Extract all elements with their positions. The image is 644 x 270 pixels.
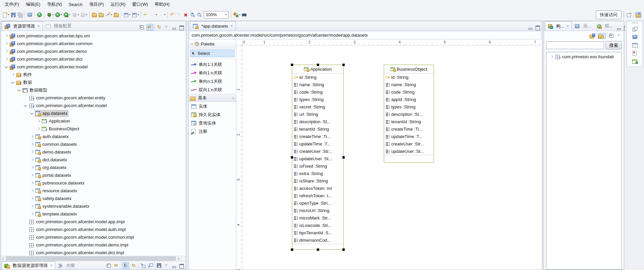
entity-field[interactable]: extra :String — [292, 170, 343, 177]
tree-expander-icon[interactable] — [29, 156, 35, 164]
tab-organization[interactable]: 组... — [594, 21, 616, 31]
palette-section-basic[interactable]: 基本 — [189, 94, 236, 102]
toolbar-separator[interactable]: ▾ — [34, 11, 35, 18]
toolbar-separator[interactable]: ▾ — [25, 11, 25, 18]
tree-item[interactable]: com.primeton.gocom.afcenter.dict — [1, 55, 186, 63]
maximize-icon[interactable] — [178, 24, 184, 30]
back-button[interactable]: ▾ — [149, 11, 158, 18]
profile-button[interactable]: ▾ — [71, 11, 79, 18]
entity-field[interactable]: description :St... — [384, 110, 434, 118]
scroll-right-icon[interactable] — [176, 256, 181, 261]
tree-expander-icon[interactable] — [23, 241, 28, 249]
pin-icon[interactable] — [232, 96, 234, 100]
deploy-button[interactable]: ▾ — [104, 11, 113, 18]
refresh-icon[interactable] — [156, 24, 162, 30]
toolbar-separator[interactable]: ▾ — [121, 11, 121, 18]
flat-view-icon[interactable] — [589, 33, 595, 38]
tree-expander-icon[interactable] — [23, 226, 28, 233]
menu-navigate[interactable]: 导航(N) — [44, 0, 65, 8]
menu-run[interactable]: 运行(R) — [107, 0, 129, 8]
tree-expander-icon[interactable] — [23, 94, 28, 102]
tree-item[interactable]: template.datasetx — [1, 210, 186, 218]
drag-handle[interactable] — [632, 22, 638, 24]
palette-collapse-icon[interactable] — [190, 42, 193, 46]
tree-item[interactable]: 构件 — [1, 71, 186, 78]
zoom-out-button[interactable]: ▾ — [196, 11, 203, 18]
current-perspective-button[interactable] — [635, 12, 641, 18]
maximize-icon[interactable] — [178, 263, 184, 269]
refresh-icon[interactable] — [131, 263, 137, 269]
tree-item[interactable]: com.primeton.gocom.afcenter.model.auth.i… — [1, 226, 186, 233]
view-menu-icon[interactable] — [616, 33, 622, 39]
palette-tool-query-entity[interactable]: 查询实体 — [189, 119, 236, 127]
close-icon[interactable] — [50, 263, 53, 268]
tree-expander-icon[interactable] — [29, 109, 35, 117]
minimize-icon[interactable] — [171, 24, 177, 30]
export-icon[interactable] — [147, 263, 153, 269]
scroll-left-icon[interactable] — [1, 256, 6, 261]
restore-view-icon[interactable] — [632, 26, 638, 32]
entity-field[interactable]: name :String — [384, 81, 434, 88]
save-all-button[interactable]: ▾ — [16, 11, 23, 18]
entity-businessobject[interactable]: BusinessObject id :String — [384, 65, 434, 163]
tree-item[interactable]: com.primeton.gocom.afcenter.bps.om — [1, 32, 186, 40]
tree-expander-icon[interactable] — [549, 53, 554, 61]
tree-expander-icon[interactable] — [29, 179, 35, 187]
zoom-level-select[interactable]: 100%▾ — [204, 11, 229, 19]
menu-project[interactable]: 项目(P) — [86, 0, 107, 8]
toolbar-separator[interactable]: ▾ — [44, 11, 44, 18]
run-button[interactable]: ▾ — [54, 11, 63, 18]
tree-item[interactable]: dict.datasetx — [1, 156, 186, 164]
tab-component-library[interactable]: 构... — [545, 21, 572, 31]
toolbar-separator[interactable]: ▾ — [89, 11, 90, 18]
forward-button[interactable]: ▾ — [158, 11, 166, 18]
run-secure-button[interactable]: ▾ — [63, 11, 71, 18]
hierarchical-view-button[interactable] — [598, 33, 606, 39]
open-project-button[interactable]: ▾ — [98, 11, 104, 18]
tree-item[interactable]: demo.datasetx — [1, 148, 186, 156]
tree-expander-icon[interactable] — [29, 210, 35, 218]
selection-handle[interactable] — [342, 64, 345, 66]
entity-field[interactable]: createTime :Ti... — [292, 133, 343, 140]
tree-item[interactable]: com.primeton.gocom.afcenter.entity — [1, 94, 186, 102]
tree-item[interactable]: Application — [1, 117, 186, 125]
minimize-icon[interactable] — [527, 24, 533, 30]
tree-item[interactable]: com.primeton.gocom.afcenter.model.dict.i… — [1, 249, 186, 256]
layout-button[interactable]: ▾ — [233, 11, 241, 18]
view-menu-icon[interactable] — [164, 24, 170, 30]
entity-field[interactable]: tenantId :String — [384, 118, 434, 125]
entity-field[interactable]: dimensionCod... — [292, 236, 343, 244]
entity-field[interactable]: isLowcode :Str... — [292, 222, 343, 229]
import-icon[interactable] — [140, 263, 146, 269]
tree-view-toggle-button[interactable] — [123, 262, 129, 269]
tree-item[interactable]: pubresource.datasetx — [1, 179, 186, 187]
tree-expander-icon[interactable] — [29, 187, 35, 195]
diagram-canvas[interactable]: Application id :String — [242, 46, 542, 270]
tab-datasource-explorer[interactable]: 数据源资源管理器 — [2, 261, 55, 270]
tree-expander-icon[interactable] — [23, 218, 28, 226]
entity-field[interactable]: updateUser :St... — [384, 147, 434, 155]
entity-field[interactable]: isShare :String — [292, 177, 343, 184]
entity-header[interactable]: Application — [292, 65, 343, 73]
tree-expander-icon[interactable] — [4, 32, 9, 40]
tree-expander-icon[interactable] — [29, 148, 35, 156]
vertical-ruler[interactable]: 1 2 3 4 5 — [236, 46, 242, 270]
palette-tool-many-to-one[interactable]: 单向n:1关联 — [189, 77, 236, 86]
find-button[interactable]: ▾ — [241, 11, 248, 18]
tree-item[interactable]: safety.datasetx — [1, 195, 186, 202]
palette-tool-bidirectional[interactable]: 双向1:n关联 — [189, 86, 236, 94]
tree-item[interactable]: app.datasetx — [1, 109, 186, 117]
tree-expander-icon[interactable] — [29, 133, 35, 140]
entity-header[interactable]: BusinessObject — [384, 65, 434, 73]
collapse-all-icon[interactable] — [139, 24, 145, 30]
entity-field[interactable]: accessToken :Int — [292, 184, 343, 192]
tree-item[interactable]: com.primeton.gocom.afcenter.model.app.im… — [1, 218, 186, 226]
last-edit-location-button[interactable]: ▾ — [142, 11, 149, 18]
menu-edit[interactable]: 编辑(E) — [23, 0, 44, 8]
maximize-icon[interactable] — [535, 24, 541, 30]
open-resource-button[interactable]: ▾ — [91, 11, 98, 18]
tree-expander-icon[interactable] — [29, 140, 35, 148]
redo-button[interactable]: ▾ — [176, 11, 182, 18]
tree-expander-icon[interactable] — [4, 63, 9, 71]
entity-field[interactable]: secret :String — [292, 103, 343, 110]
